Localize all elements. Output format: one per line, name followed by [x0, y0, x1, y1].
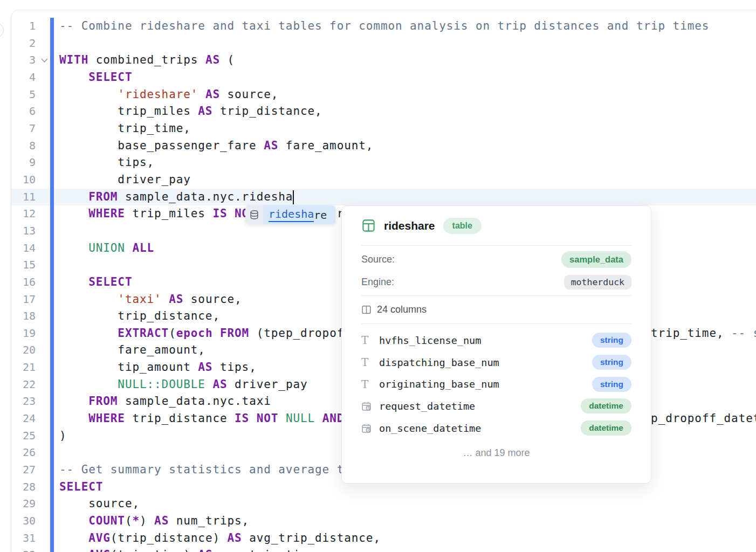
columns-icon [361, 305, 372, 315]
line-number[interactable]: 3 [0, 52, 36, 69]
column-type-badge: string [592, 377, 631, 392]
line-number[interactable]: 32 [0, 547, 36, 552]
line-number[interactable]: 13 [0, 223, 36, 240]
code-token: sample_data.nyc.ridesha [118, 190, 293, 203]
meta-section: Source:sample_dataEngine:motherduck [361, 246, 631, 295]
line-number[interactable]: 27 [0, 461, 36, 479]
code-line-1[interactable]: -- Combine rideshare and taxi tables for… [59, 18, 756, 35]
line-number[interactable]: 9 [0, 154, 36, 171]
code-line-5[interactable]: 'rideshare' AS source, [59, 86, 756, 104]
code-line-32[interactable]: AVG(trip_time) AS avg_trip_time, [59, 547, 756, 552]
line-number[interactable]: 30 [0, 513, 36, 530]
code-line-30[interactable]: COUNT(*) AS num_trips, [59, 513, 756, 530]
line-number[interactable]: 29 [0, 495, 36, 513]
code-token [59, 293, 118, 306]
code-line-10[interactable]: driver_pay [59, 171, 756, 189]
code-token: -- Combine rideshare and taxi tables for… [59, 19, 709, 32]
line-number[interactable]: 12 [0, 205, 36, 223]
column-row: request_datetimedatetime [361, 395, 631, 417]
code-token: ( [220, 53, 235, 66]
line-number[interactable]: 16 [0, 274, 36, 291]
code-token: FROM [88, 190, 118, 203]
code-token: trip_miles [125, 207, 213, 220]
autocomplete-item-rideshare[interactable]: rideshare [263, 205, 335, 224]
line-number[interactable]: 21 [0, 359, 36, 376]
line-number[interactable]: 5 [0, 86, 36, 104]
code-line-3[interactable]: WITH combined_trips AS ( [59, 52, 756, 69]
line-number[interactable]: 14 [0, 240, 36, 257]
code-token [59, 412, 88, 425]
code-token: COUNT [88, 514, 125, 527]
table-icon [361, 218, 376, 233]
code-token: * [132, 514, 140, 527]
line-number[interactable]: 31 [0, 530, 36, 547]
line-number[interactable]: 23 [0, 393, 36, 410]
code-token: combined_trips [88, 53, 205, 66]
column-type-badge: string [592, 355, 631, 370]
line-number[interactable]: 25 [0, 427, 36, 445]
table-title: rideshare [384, 219, 435, 232]
line-number[interactable]: 19 [0, 325, 36, 342]
calendar-clock-icon [361, 401, 379, 411]
code-line-6[interactable]: trip_miles AS trip_distance, [59, 103, 756, 120]
code-line-4[interactable]: SELECT [59, 69, 756, 86]
line-number[interactable]: 26 [0, 444, 36, 461]
code-token: IS [235, 412, 249, 425]
code-token: sample_data.nyc.taxi [118, 395, 271, 408]
code-token: SELECT [88, 275, 132, 288]
code-token [59, 548, 88, 552]
line-number[interactable]: 6 [0, 103, 36, 120]
column-type-badge: datetime [581, 398, 631, 413]
line-number[interactable]: 4 [0, 69, 36, 86]
code-token [315, 412, 322, 425]
line-number[interactable]: 15 [0, 257, 36, 274]
code-line-11[interactable]: FROM sample_data.nyc.ridesha [59, 189, 756, 206]
line-number[interactable]: 20 [0, 342, 36, 359]
code-token: (trip_time) [111, 548, 198, 552]
meta-label: Source: [361, 254, 395, 265]
line-number[interactable]: 22 [0, 376, 36, 394]
table-info-tooltip: rideshare table Source:sample_dataEngine… [341, 205, 651, 484]
code-line-2[interactable] [59, 35, 756, 52]
code-token: AS [169, 293, 183, 306]
line-number[interactable]: 24 [0, 410, 36, 427]
line-number[interactable]: 1 [0, 18, 36, 35]
autocomplete-popup: rideshare [245, 205, 335, 224]
text-type-icon: T [361, 334, 379, 347]
code-token [249, 412, 257, 425]
line-number[interactable]: 17 [0, 291, 36, 308]
code-line-29[interactable]: source, [59, 495, 756, 513]
code-line-9[interactable]: tips, [59, 154, 756, 171]
column-name: hvfhs_license_num [379, 335, 592, 346]
code-token: source, [59, 497, 140, 510]
code-token: avg_trip_distance, [242, 532, 381, 544]
line-number[interactable]: 8 [0, 137, 36, 155]
tooltip-header: rideshare table [361, 206, 631, 245]
autocomplete-rest-text: re [314, 209, 327, 222]
code-token [59, 242, 88, 254]
code-line-8[interactable]: base_passenger_fare AS fare_amount, [59, 137, 756, 155]
code-line-7[interactable]: trip_time, [59, 120, 756, 137]
code-line-31[interactable]: AVG(trip_distance) AS avg_trip_distance, [59, 530, 756, 547]
code-token: AVG [88, 548, 111, 552]
line-number[interactable]: 10 [0, 171, 36, 189]
more-columns-label: … and 19 more [361, 447, 631, 459]
code-token: AS [198, 548, 212, 552]
code-token: trip_miles [59, 105, 198, 118]
sql-editor[interactable]: 1234567891011121314151617181920212223242… [0, 0, 756, 552]
code-token [59, 275, 88, 288]
line-number-gutter[interactable]: 1234567891011121314151617181920212223242… [0, 18, 36, 552]
line-number[interactable]: 11 [0, 189, 36, 206]
column-type-badge: datetime [581, 420, 631, 436]
text-cursor [293, 190, 294, 204]
line-number[interactable]: 28 [0, 479, 36, 496]
code-token: ( [169, 327, 176, 340]
code-token [228, 207, 235, 220]
line-number[interactable]: 7 [0, 120, 36, 137]
code-token [278, 412, 286, 425]
code-token: NULL [286, 412, 315, 425]
line-number[interactable]: 2 [0, 35, 36, 52]
chevron-down-icon[interactable] [39, 52, 50, 69]
code-token [59, 190, 88, 203]
line-number[interactable]: 18 [0, 308, 36, 325]
